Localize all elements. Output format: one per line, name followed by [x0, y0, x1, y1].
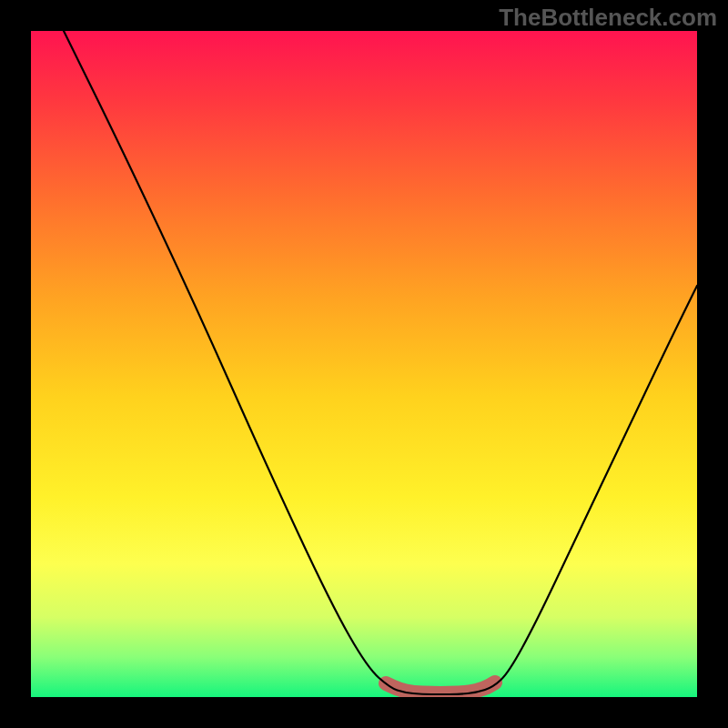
chart-container: TheBottleneck.com: [0, 0, 728, 728]
chart-svg: [31, 31, 697, 697]
plot-area: [31, 31, 697, 697]
chart-curve: [64, 31, 697, 694]
watermark-text: TheBottleneck.com: [499, 4, 717, 32]
